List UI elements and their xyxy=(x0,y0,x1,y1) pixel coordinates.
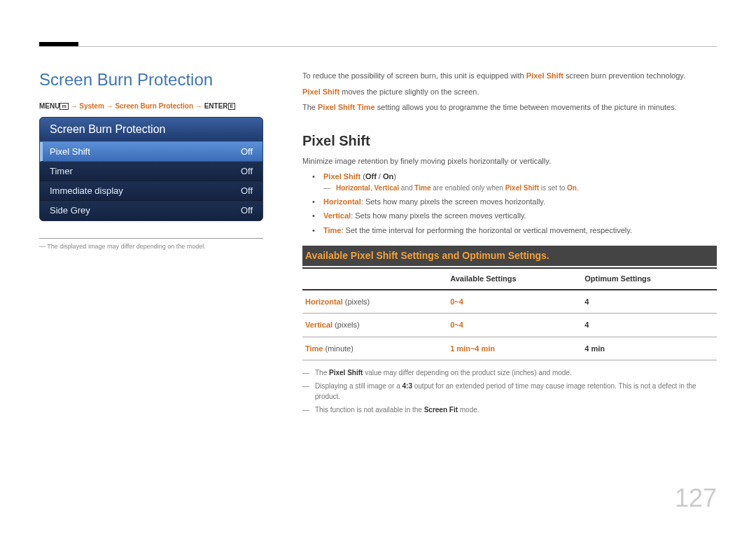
intro-line-3: The Pixel Shift Time setting allows you … xyxy=(302,101,717,113)
osd-row-immediate[interactable]: Immediate display Off xyxy=(40,181,262,201)
intro-line-1: To reduce the possibility of screen burn… xyxy=(302,70,717,82)
breadcrumb-sbp: Screen Burn Protection xyxy=(115,102,193,110)
table-header-available: Available Settings xyxy=(447,268,582,290)
pixel-shift-desc: Minimize image retention by finely movin… xyxy=(302,155,717,167)
left-divider xyxy=(39,238,263,239)
table-header-blank xyxy=(302,268,447,290)
pixel-shift-list: Pixel Shift (Off / On) Horizontal, Verti… xyxy=(312,171,717,236)
list-item-time: Time: Set the time interval for performi… xyxy=(312,225,717,237)
list-item-horizontal: Horizontal: Sets how many pixels the scr… xyxy=(312,196,717,208)
list-item-vertical: Vertical: Sets how many pixels the scree… xyxy=(312,210,717,222)
footnote-3: This function is not available in the Sc… xyxy=(302,405,717,415)
breadcrumb-enter: ENTER xyxy=(204,102,228,110)
enter-icon: E xyxy=(228,103,236,110)
osd-row-value: Off xyxy=(241,205,253,216)
menu-icon: m xyxy=(59,103,68,110)
breadcrumb: MENUm → System → Screen Burn Protection … xyxy=(39,102,263,110)
left-column: Screen Burn Protection MENUm → System → … xyxy=(39,70,263,418)
osd-header: Screen Burn Protection xyxy=(40,118,262,142)
settings-table: Available Settings Optimum Settings Hori… xyxy=(302,267,717,360)
footnote-1: The Pixel Shift value may differ dependi… xyxy=(302,367,717,378)
header-thin-rule xyxy=(39,46,717,47)
table-header-optimum: Optimum Settings xyxy=(582,268,717,290)
table-section-heading: Available Pixel Shift Settings and Optim… xyxy=(302,246,717,266)
osd-row-value: Off xyxy=(241,146,253,157)
page-number: 127 xyxy=(675,484,717,513)
right-column: To reduce the possibility of screen burn… xyxy=(302,70,717,418)
osd-row-label: Pixel Shift xyxy=(50,146,90,157)
footnote-2: Displaying a still image or a 4:3 output… xyxy=(302,381,717,402)
osd-row-timer[interactable]: Timer Off xyxy=(40,162,262,181)
page-title: Screen Burn Protection xyxy=(39,70,263,90)
osd-panel: Screen Burn Protection Pixel Shift Off T… xyxy=(39,117,263,221)
table-row: Horizontal (pixels) 0~4 4 xyxy=(302,290,717,314)
intro-line-2: Pixel Shift moves the picture slightly o… xyxy=(302,86,717,98)
pixel-shift-subnote: Horizontal, Vertical and Time are enable… xyxy=(323,183,717,193)
osd-row-label: Timer xyxy=(50,166,73,176)
table-row: Vertical (pixels) 0~4 4 xyxy=(302,314,717,337)
pixel-shift-heading: Pixel Shift xyxy=(302,130,717,151)
osd-row-value: Off xyxy=(241,166,253,176)
osd-row-label: Immediate display xyxy=(50,185,123,196)
osd-row-pixel-shift[interactable]: Pixel Shift Off xyxy=(40,142,262,162)
table-row: Time (minute) 1 min~4 min 4 min xyxy=(302,337,717,360)
osd-row-label: Side Grey xyxy=(50,205,90,216)
osd-row-side-grey[interactable]: Side Grey Off xyxy=(40,201,262,220)
list-item-pixel-shift: Pixel Shift (Off / On) Horizontal, Verti… xyxy=(312,171,717,193)
breadcrumb-menu: MENU xyxy=(39,102,59,110)
osd-row-value: Off xyxy=(241,185,253,196)
breadcrumb-system: System xyxy=(79,102,104,110)
model-footnote: The displayed image may differ depending… xyxy=(39,243,263,250)
